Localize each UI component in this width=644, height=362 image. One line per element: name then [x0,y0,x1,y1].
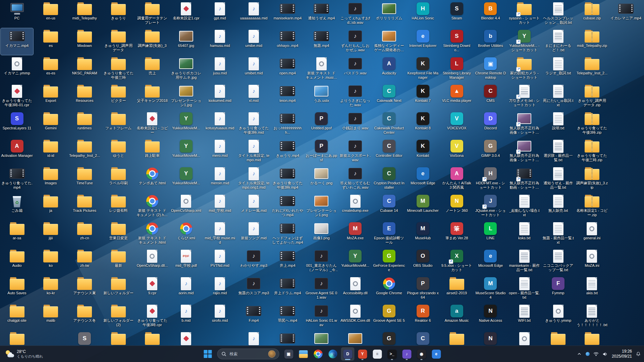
desktop-icon[interactable]: 無人販売.txt [542,193,575,220]
desktop-icon[interactable] [271,330,304,346]
desktop-icon[interactable]: ja [35,193,67,220]
desktop-icon[interactable]: ▣Chrome Remote Desktop [474,56,507,82]
desktop-icon[interactable]: ごみ箱 [1,193,33,220]
desktop-icon[interactable]: SSpectraLayers 11 [1,111,33,137]
desktop-icon[interactable]: きゅうり_調声用データ [102,28,135,55]
desktop-icon[interactable]: 新しいフォルダー (2) [102,303,135,330]
taskbar-clock[interactable]: 19:26 2025/09/21 [612,349,632,359]
desktop-icon[interactable]: ↗家の防犯カメラ - ショートカット [508,56,541,82]
desktop-icon[interactable]: ar-sa [1,221,33,247]
desktop-icon[interactable]: DDiscord [474,111,507,137]
desktop-icon[interactable]: en-us [35,1,67,27]
desktop-icon[interactable]: きゅうり食ってた午後三時 [102,56,135,82]
desktop-icon[interactable]: es-es [35,56,67,82]
desktop-icon[interactable]: 新規 テキスト ドキュメント.musicxml [305,56,338,82]
taskbar-app-music-app[interactable]: ♪ [400,347,414,361]
desktop-icon[interactable]: ↗syasinn - ショートカット [508,1,541,27]
desktop-icon[interactable]: ポリリリリズム [373,1,405,27]
desktop-icon[interactable]: ♪meroin.mid [204,166,236,192]
desktop-icon[interactable]: runtimes [68,111,101,137]
desktop-icon[interactable]: ▲VLC media player [440,83,473,110]
desktop-icon[interactable]: 通知うぜえ - 親作品一覧.txt [542,166,575,192]
desktop-icon[interactable]: ♪タイトル未設定, tempo.mid [237,138,270,165]
desktop-icon[interactable]: ♪jusu.mid [204,56,236,82]
desktop-icon[interactable]: chatgpt-site [1,303,33,330]
desktop-icon[interactable]: ♪kiokumed.mid [204,83,236,110]
desktop-icon[interactable]: eInternet Explorer [407,28,439,55]
desktop-icon[interactable]: 画像1.png [305,221,338,247]
desktop-icon[interactable]: PC [1,1,33,27]
desktop-icon[interactable] [170,330,202,346]
desktop-icon[interactable]: Nノートン 360 [440,193,473,220]
desktop-icon[interactable]: イカレマニア.mp4 [609,1,642,27]
desktop-icon[interactable]: 井上ドラム.mp4 [271,276,304,302]
desktop-icon[interactable]: 調査用データテンプレート [136,1,168,27]
taskbar-app-media-player[interactable]: ◉ [415,347,428,361]
taskbar-app-microsoft-edge[interactable] [326,347,340,361]
desktop-icon[interactable]: 無題.mp4 [305,28,338,55]
desktop-icon[interactable]: VVoiSona [440,138,473,165]
desktop-icon[interactable]: YYukkuriMovieM... [170,138,202,165]
desktop-icon[interactable]: ko [35,248,67,275]
desktop-icon[interactable]: ♪バスドラ.wav [339,56,372,82]
desktop-icon[interactable]: NNative Access [474,303,507,330]
desktop-icon[interactable]: ヘルスコンプレッション＿歌詞.txt [542,1,575,27]
desktop-icon[interactable]: midi_Telepathy [68,1,101,27]
desktop-icon[interactable]: ♪mid_学校 muse.mid [204,221,236,247]
desktop-icon[interactable]: ♪ [237,330,270,346]
taskbar-app-file-explorer[interactable] [297,347,310,361]
desktop-icon[interactable]: 9.cpr [136,276,168,302]
desktop-icon[interactable]: manisekarin - 親作品一覧.txt [508,248,541,275]
desktop-icon[interactable]: manisekarin.mp4 [271,1,304,27]
desktop-icon[interactable]: EEpson 接続診断ツール [373,221,405,247]
desktop-icon[interactable]: だれにFXいれたやつ.mp4 [271,193,304,220]
desktop-icon[interactable]: Aかんたん！AITalk 3 関西風 [440,166,473,192]
desktop-icon[interactable]: きゅうり.mp4 [271,138,304,165]
desktop-icon[interactable]: PPlogue sforzando x64 [407,276,439,302]
desktop-icon[interactable]: createdump.exe [339,193,372,220]
desktop-icon[interactable]: ♪きゅうり食ってた午後3時.mid [237,111,270,137]
desktop-icon[interactable]: ゆうと [102,138,135,165]
desktop-icon[interactable]: 井上.mp4 [271,248,304,275]
start-button[interactable] [201,347,215,361]
desktop-icon[interactable]: C [407,330,439,346]
desktop-icon[interactable]: YYukkuriMovieM... [339,248,372,275]
desktop-icon[interactable]: 通知うぜえ.mp4 [305,1,338,27]
desktop-icon[interactable]: G [373,330,405,346]
taskbar-app-internet-explorer[interactable]: e [430,347,443,361]
desktop-icon[interactable] [136,330,168,346]
desktop-icon[interactable] [440,330,473,346]
desktop-icon[interactable]: NKSC_PARAM [68,56,101,82]
desktop-icon[interactable]: きゅうり.ymmp [542,303,575,330]
desktop-icon[interactable]: PDFmid_学校.pdf [170,248,202,275]
desktop-icon[interactable]: ありがとう！！！！！！.txt [576,303,608,330]
desktop-icon[interactable]: Pおーぼーまにあ.ppsf [305,138,338,165]
desktop-icon[interactable]: 羽尻へ.mp4 [271,303,304,330]
desktop-icon[interactable]: GGroove Agent SE 5 [373,303,405,330]
desktop-icon[interactable]: アナウンス冬 [68,303,101,330]
desktop-icon[interactable] [339,330,372,346]
desktop-icon[interactable]: N [474,330,507,346]
desktop-icon[interactable]: プレゼンテーション1.png [305,193,338,220]
desktop-icon[interactable]: きゅうり食ってた午後3時.mp4 [271,166,304,192]
desktop-icon[interactable]: Gemini [35,111,67,137]
desktop-icon[interactable]: eMicrosoft Edge [474,248,507,275]
desktop-icon[interactable]: 65407.jpg [170,28,202,55]
desktop-icon[interactable]: jijii [35,221,67,247]
desktop-icon[interactable]: KKontakt 7 [407,83,439,110]
desktop-icon[interactable]: まにまにわーるど！.txt [542,28,575,55]
desktop-icon[interactable]: ♪sirofo.mid [204,303,236,330]
desktop-icon[interactable]: ♪新規エクスポート.wav [339,138,372,165]
desktop-icon[interactable]: かるーく.png [305,166,338,192]
desktop-icon[interactable]: Telepathy_Inst_2... [576,56,608,82]
desktop-icon[interactable]: CCakewalk Next [373,83,405,110]
desktop-icon[interactable]: ♪答え知っててもむずいわこれ.wav [339,166,372,192]
desktop-icon[interactable]: general.ini [576,221,608,247]
desktop-icon[interactable]: H↗HDDFMT.exe - ショートカット [474,166,507,192]
taskbar-app-google-chrome[interactable] [312,347,325,361]
volume-icon[interactable] [602,351,608,357]
desktop-icon[interactable]: WIFI.txt [508,303,541,330]
desktop-icon[interactable]: MMuseHub [407,221,439,247]
desktop-icon[interactable]: midi_Telepathy.zip [576,28,608,55]
desktop-icon[interactable]: Export [35,83,67,110]
